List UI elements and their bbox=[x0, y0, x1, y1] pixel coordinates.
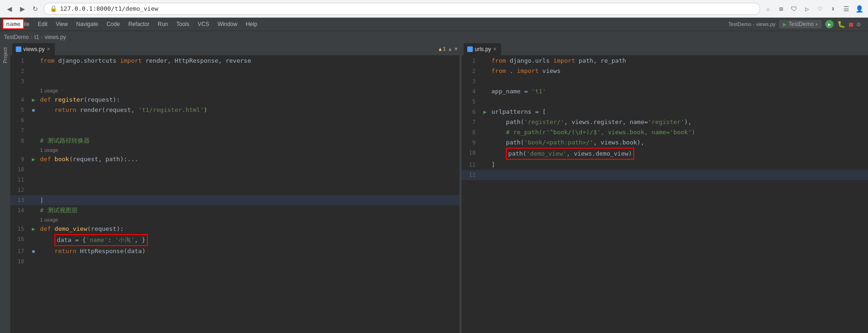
settings-icon[interactable]: ⚙ bbox=[857, 20, 861, 28]
lock-icon: 🔒 bbox=[50, 5, 57, 12]
python-file-icon bbox=[16, 46, 21, 52]
menu-tools[interactable]: Tools bbox=[172, 20, 193, 29]
run-button[interactable]: ▶ bbox=[825, 20, 834, 28]
right-editor-pane: urls.py ✕ 1 from django.urls import path… bbox=[462, 43, 868, 333]
bookmark-gutter-icon: ■ bbox=[32, 105, 34, 115]
code-line: 1 from django.shortcuts import render, H… bbox=[10, 56, 459, 66]
screenshot-icon[interactable]: ⊞ bbox=[777, 5, 785, 13]
code-line: 17 ■ return HttpResponse(data) bbox=[10, 246, 459, 256]
back-button[interactable]: ◀ bbox=[5, 4, 14, 13]
bookmark-gutter-icon-2: ■ bbox=[32, 246, 34, 256]
tab-close-urls[interactable]: ✕ bbox=[493, 46, 497, 52]
breadcrumb-file[interactable]: views.py bbox=[45, 34, 66, 40]
menu-window[interactable]: Window bbox=[214, 20, 241, 29]
split-editors: views.py ✕ ▲ 1 ▲ ▼ 1 bbox=[10, 43, 868, 333]
highlighted-urls-line: path('demo_view', views.demo_view) bbox=[506, 148, 634, 160]
right-code-editor[interactable]: 1 from django.urls import path, re_path … bbox=[462, 56, 868, 333]
code-line: 9 ▶ def book(request, path):... bbox=[10, 154, 459, 164]
highlighted-data-line: data = {'name': '小淘', } bbox=[54, 234, 147, 246]
left-tab-toolbar: ▲ 1 ▲ ▼ bbox=[439, 46, 458, 52]
code-line: 4 app_name = 't1' bbox=[462, 86, 868, 97]
url-text: 127.0.0.1:8000/t1/demo_view bbox=[60, 5, 158, 12]
left-editor-tabs: views.py ✕ ▲ 1 ▲ ▼ bbox=[10, 43, 459, 56]
code-line: 8 # re_path(r'^book/(\d+)/$', views.book… bbox=[462, 127, 868, 137]
code-line: 1 from django.urls import path, re_path bbox=[462, 56, 868, 66]
breadcrumb: TestDemo › t1 › views.py bbox=[4, 34, 66, 40]
code-line: 8 # 测试路径转换器 bbox=[10, 136, 459, 146]
code-line: 6 bbox=[10, 115, 459, 125]
download-icon[interactable]: ⬇ bbox=[829, 5, 837, 13]
refresh-button[interactable]: ↻ bbox=[31, 4, 40, 13]
warn-count: 1 bbox=[443, 46, 446, 52]
right-editor-tabs: urls.py ✕ bbox=[462, 43, 868, 56]
left-editor-pane: views.py ✕ ▲ 1 ▲ ▼ 1 bbox=[10, 43, 460, 333]
code-line: 5 ■ return render(request, 't1/register.… bbox=[10, 105, 459, 115]
chevron-down-icon: ▾ bbox=[815, 22, 818, 27]
profile-icon[interactable]: 👤 bbox=[855, 5, 863, 13]
menu-edit[interactable]: Edit bbox=[34, 20, 51, 29]
scroll-up-icon[interactable]: ▲ bbox=[449, 46, 452, 52]
right-toolbar: TestDemo - views.py ▶ TestDemo ▾ ▶ 🐛 ■ ⚙ bbox=[729, 20, 864, 28]
url-bar[interactable]: 🔒 127.0.0.1:8000/t1/demo_view bbox=[44, 3, 760, 15]
code-line: 2 from . import views bbox=[462, 66, 868, 76]
run-gutter-icon-book[interactable]: ▶ bbox=[32, 154, 35, 164]
run-gutter-icon-demo[interactable]: ▶ bbox=[32, 224, 35, 234]
code-line: 18 bbox=[10, 256, 459, 267]
menu-run[interactable]: Run bbox=[154, 20, 172, 29]
code-line: 11 bbox=[10, 175, 459, 185]
menu-code[interactable]: Code bbox=[103, 20, 124, 29]
browser-chrome: ◀ ▶ ↻ 🔒 127.0.0.1:8000/t1/demo_view ☆ ⊞ … bbox=[0, 0, 868, 18]
code-line: 16 data = {'name': '小淘', } bbox=[10, 234, 459, 246]
dj-run-icon: ▶ bbox=[783, 22, 787, 27]
stop-button[interactable]: ■ bbox=[849, 20, 853, 28]
forward-button[interactable]: ▶ bbox=[18, 4, 27, 13]
code-line: 5 bbox=[462, 97, 868, 107]
warn-indicator: ▲ 1 bbox=[439, 46, 446, 52]
menu-icon[interactable]: ☰ bbox=[842, 5, 850, 13]
menu-view[interactable]: View bbox=[52, 20, 72, 29]
name-badge: name bbox=[2, 19, 24, 29]
tab-urls-py[interactable]: urls.py ✕ bbox=[464, 43, 501, 55]
cast-icon[interactable]: ▷ bbox=[803, 5, 811, 13]
usage-hint-register: 1 usage bbox=[10, 86, 459, 95]
project-panel: Project bbox=[0, 43, 10, 333]
security-icon[interactable]: 🛡 bbox=[790, 5, 798, 13]
left-code-editor[interactable]: 1 from django.shortcuts import render, H… bbox=[10, 56, 459, 333]
menu-refactor[interactable]: Refactor bbox=[125, 20, 153, 29]
code-line: 7 bbox=[10, 125, 459, 136]
code-line: 10 bbox=[10, 164, 459, 175]
scroll-down-icon[interactable]: ▼ bbox=[454, 46, 457, 52]
browser-toolbar: ☆ ⊞ 🛡 ▷ ♡ ⬇ ☰ 👤 bbox=[764, 5, 863, 13]
tab-close-views[interactable]: ✕ bbox=[46, 46, 50, 52]
run-config-label: TestDemo bbox=[788, 21, 814, 27]
tab-views-py[interactable]: views.py ✕ bbox=[12, 43, 55, 55]
menu-vcs[interactable]: VCS bbox=[194, 20, 213, 29]
warning-icon: ▲ bbox=[439, 46, 442, 52]
project-label[interactable]: Project bbox=[2, 45, 8, 66]
ide-main: Project views.py ✕ ▲ 1 ▲ bbox=[0, 43, 868, 333]
usage-hint-book: 1 usage bbox=[10, 146, 459, 154]
ide-container: dj File Edit View Navigate Code Refactor… bbox=[0, 18, 868, 333]
run-gutter-icon-urls[interactable]: ▶ bbox=[483, 107, 486, 117]
ide-toolbar: TestDemo › t1 › views.py bbox=[0, 31, 868, 43]
code-line: 10 path('demo_view', views.demo_view) bbox=[462, 148, 868, 160]
heart-icon[interactable]: ♡ bbox=[816, 5, 824, 13]
tab-label-views: views.py bbox=[23, 46, 45, 52]
breadcrumb-project[interactable]: TestDemo bbox=[4, 34, 29, 40]
debug-button[interactable]: 🐛 bbox=[837, 20, 845, 28]
tab-label-urls: urls.py bbox=[475, 46, 491, 52]
code-line: 11 ] bbox=[462, 160, 868, 170]
code-line: 14 # 测试视图层 bbox=[10, 205, 459, 215]
menu-navigate[interactable]: Navigate bbox=[73, 20, 102, 29]
menu-help[interactable]: Help bbox=[242, 20, 261, 29]
code-line: 3 bbox=[10, 76, 459, 86]
usage-hint-demo: 1 usage bbox=[10, 215, 459, 224]
code-line: 9 path('book/<path:path>/', views.book), bbox=[462, 137, 868, 148]
breadcrumb-module[interactable]: t1 bbox=[34, 34, 39, 40]
bookmark-icon[interactable]: ☆ bbox=[764, 5, 772, 13]
code-line: 15 ▶ def demo_view(request): bbox=[10, 224, 459, 234]
title-bar: TestDemo - views.py bbox=[729, 21, 775, 27]
run-gutter-icon[interactable]: ▶ bbox=[32, 95, 35, 105]
code-line: 2 bbox=[10, 66, 459, 76]
run-config-dropdown[interactable]: ▶ TestDemo ▾ bbox=[779, 20, 822, 28]
